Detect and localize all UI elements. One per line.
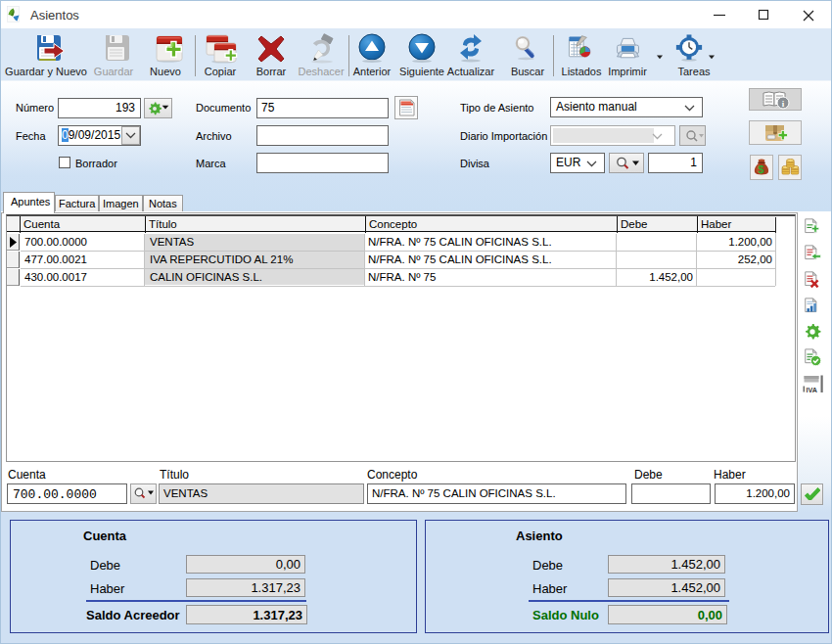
svg-text:IVA: IVA [806,386,816,394]
svg-text:$: $ [758,163,763,175]
